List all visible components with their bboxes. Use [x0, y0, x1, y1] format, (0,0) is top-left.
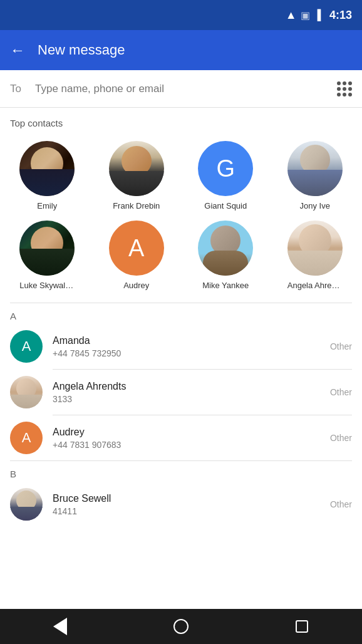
contact-info: Bruce Sewell 41411	[53, 493, 320, 516]
avatar: A	[10, 422, 43, 454]
contact-name: Frank Drebin	[113, 201, 160, 210]
dot	[343, 93, 346, 96]
status-icons: ▲ ▣ ▐ 4:13	[286, 9, 352, 22]
list-item[interactable]: A Audrey	[95, 218, 179, 293]
nav-back-button[interactable]	[45, 611, 75, 641]
status-bar: ▲ ▣ ▐ 4:13	[0, 0, 362, 30]
avatar	[109, 141, 164, 196]
list-item[interactable]: A Amanda +44 7845 732950 Other	[0, 324, 362, 369]
app-bar-title: New message	[38, 42, 125, 58]
contact-type: Other	[330, 499, 352, 509]
contact-detail: +44 7845 732950	[53, 348, 320, 358]
contact-detail: +44 7831 907683	[53, 440, 320, 450]
avatar	[19, 221, 75, 276]
contact-name: Jony Ive	[300, 201, 330, 210]
list-item[interactable]: Angela Ahren…	[273, 218, 358, 293]
avatar: G	[198, 141, 253, 196]
list-item[interactable]: Jony Ive	[273, 138, 358, 213]
back-triangle-icon	[53, 618, 67, 635]
avatar	[10, 376, 43, 408]
contact-name: Angela Ahren…	[287, 281, 343, 290]
top-contacts-title: Top contacts	[0, 108, 362, 133]
dot	[348, 93, 352, 96]
list-item[interactable]: Angela Ahrendts 3133 Other	[0, 370, 362, 415]
dot	[337, 93, 341, 96]
contact-name: Luke Skywalk…	[19, 281, 75, 290]
status-time: 4:13	[329, 9, 352, 22]
contact-name: Emily	[37, 201, 57, 210]
avatar	[19, 141, 75, 196]
to-label: To	[10, 83, 25, 95]
to-field: To	[0, 70, 362, 108]
contact-type: Other	[330, 341, 352, 351]
nav-recents-button[interactable]	[287, 611, 317, 641]
bottom-nav	[0, 609, 362, 644]
contact-info: Amanda +44 7845 732950	[53, 335, 320, 358]
avatar	[10, 488, 43, 521]
recipient-input[interactable]	[35, 83, 327, 95]
contact-name: Angela Ahrendts	[53, 381, 320, 392]
list-item[interactable]: G Giant Squid	[184, 138, 268, 213]
contact-info: Audrey +44 7831 907683	[53, 427, 320, 450]
alpha-section-a: A	[0, 303, 362, 324]
alpha-section-b: B	[0, 461, 362, 482]
main-content: Top contacts Emily Frank Drebin G Giant …	[0, 108, 362, 609]
contact-name: Mike Yankee	[202, 281, 249, 290]
contact-detail: 41411	[53, 506, 320, 516]
avatar	[287, 141, 343, 196]
app-bar: ← New message	[0, 30, 362, 70]
contact-name: Audrey	[123, 281, 149, 290]
avatar: A	[109, 221, 164, 276]
dot	[343, 87, 346, 91]
recents-square-icon	[296, 620, 308, 633]
avatar	[198, 221, 253, 276]
contact-name: Bruce Sewell	[53, 493, 320, 504]
battery-icon: ▐	[314, 9, 321, 21]
nav-home-button[interactable]	[166, 611, 196, 641]
contact-info: Angela Ahrendts 3133	[53, 381, 320, 404]
wifi-icon: ▲	[286, 9, 297, 22]
signal-icon: ▣	[301, 9, 310, 21]
list-item[interactable]: Mike Yankee	[184, 218, 268, 293]
dot	[348, 81, 352, 85]
contact-name: Amanda	[53, 335, 320, 346]
home-circle-icon	[173, 619, 189, 634]
dot	[343, 81, 346, 85]
list-item[interactable]: Emily	[5, 138, 90, 213]
contact-type: Other	[330, 433, 352, 443]
contact-type: Other	[330, 387, 352, 397]
list-item[interactable]: Bruce Sewell 41411 Other	[0, 482, 362, 527]
list-item[interactable]: Frank Drebin	[95, 138, 179, 213]
avatar	[287, 221, 343, 276]
contact-name: Audrey	[53, 427, 320, 438]
list-item[interactable]: A Audrey +44 7831 907683 Other	[0, 415, 362, 460]
avatar: A	[10, 330, 43, 363]
list-item[interactable]: Luke Skywalk…	[5, 218, 90, 293]
contacts-picker-button[interactable]	[337, 81, 352, 96]
dot	[337, 87, 341, 91]
contact-name: Giant Squid	[204, 201, 247, 210]
back-button[interactable]: ←	[10, 41, 25, 59]
dot	[348, 87, 352, 91]
top-contacts-grid: Emily Frank Drebin G Giant Squid Jony Iv…	[0, 133, 362, 303]
dot	[337, 81, 341, 85]
contact-detail: 3133	[53, 394, 320, 404]
